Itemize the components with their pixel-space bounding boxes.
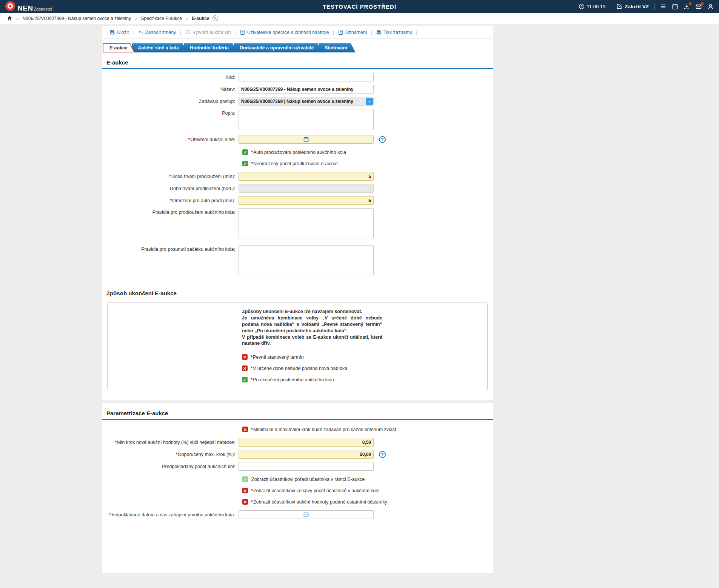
profile-button[interactable] xyxy=(707,3,714,10)
messages-button[interactable] xyxy=(695,3,702,10)
pravidla-prodlouzeni-textarea[interactable] xyxy=(239,208,374,238)
calendar-button[interactable] xyxy=(672,3,678,10)
field-label: Předpokládaný počet aukčních kol: xyxy=(162,464,235,469)
clock-icon xyxy=(579,3,585,9)
po-ukonceni-kola-checkbox[interactable] xyxy=(242,377,248,382)
checkbox-label: *Zobrazit účastníkovi aukční hodnoty pod… xyxy=(251,499,387,505)
doporuceny-max-krok-input[interactable] xyxy=(239,450,374,459)
toolbar-separator: | xyxy=(416,30,417,35)
section-divider xyxy=(102,400,493,403)
form-row-otevreni-aukcni-sine: *Otevření aukční síně: ? xyxy=(102,135,493,144)
menu-button[interactable] xyxy=(660,3,667,9)
field-label: Zadávací postup: xyxy=(199,99,235,104)
breadcrumb-separator: > xyxy=(135,16,137,21)
field-label: Název: xyxy=(220,87,235,92)
doba-trvani-min-input[interactable] xyxy=(239,172,374,181)
info-line: Způsoby ukončení E-aukce lze navzájem ko… xyxy=(242,309,382,315)
notification-badge xyxy=(701,2,704,5)
breadcrumb-separator: > xyxy=(16,16,18,21)
neomezeny-pocet-checkbox[interactable] xyxy=(242,161,248,166)
divider xyxy=(611,3,611,10)
field-label: Kód: xyxy=(225,75,235,80)
tab-hodnotici-kriteria[interactable]: Hodnotící kritéria xyxy=(184,43,237,52)
form-row-doporuceny-max-krok: *Doporučený max. krok (%): ? xyxy=(102,450,493,459)
section-title-zpusob-ukonceni: Způsob ukončení E-aukce xyxy=(102,280,493,299)
pocet-aukcnich-kol-input[interactable] xyxy=(239,462,374,471)
v-urcene-dobe-checkbox[interactable] xyxy=(242,365,248,371)
checkbox-row-zobrazit-poradi: Zobrazit účastníkovi pořadí účastníka v … xyxy=(242,476,493,482)
form-row-kod: Kód: xyxy=(102,73,493,81)
checkbox-label: *Po ukončení posledního aukčního kola xyxy=(251,377,334,382)
document-icon xyxy=(240,29,245,35)
toolbar-separator: | xyxy=(371,30,372,35)
required-star: * xyxy=(170,198,172,203)
field-label: Doba trvání prodloužení (min): xyxy=(171,174,235,179)
form-row-datum-zahajeni: Předpokládané datum a čas zahájení první… xyxy=(102,510,493,519)
required-star: * xyxy=(115,440,117,445)
tab-bar: E-aukce Aukční síně a kola Hodnotící kri… xyxy=(103,43,493,52)
calendar-icon xyxy=(672,3,678,10)
tab-e-aukce[interactable]: E-aukce xyxy=(103,43,135,52)
user-operations-button[interactable]: Uživatelské operace a činnosti nástroje xyxy=(240,29,329,35)
breadcrumb-item-zakazka[interactable]: N006/25/V00007369 - Nákup semen ovoce a … xyxy=(22,16,131,21)
logo-text: NENZadavatel xyxy=(17,5,52,12)
omezeni-auto-prodl-input[interactable] xyxy=(239,196,374,205)
checkbox-row-zobrazit-pocet: *Zobrazit účastníkovi celkový počet účas… xyxy=(242,488,493,493)
document-icon xyxy=(338,29,343,35)
popis-textarea[interactable] xyxy=(239,109,374,130)
checkbox-label: *V určené době nebude podána nová nabídk… xyxy=(251,366,347,371)
min-krok-input[interactable] xyxy=(239,438,374,447)
print-record-button[interactable]: Tisk záznamu xyxy=(376,29,413,35)
user-icon xyxy=(707,3,714,10)
krok-kazde-kriterium-checkbox[interactable] xyxy=(242,427,248,432)
tab-dodavatele-a-opravneni-uzivatele[interactable]: Dodavatelé a oprávnění uživatelé xyxy=(234,43,322,52)
breadcrumb-item-current: E-aukce xyxy=(192,16,209,21)
required-star: * xyxy=(176,452,178,457)
required-star: * xyxy=(188,137,190,142)
checkbox-label: *Neomezený počet prodlužování e-aukce xyxy=(251,161,338,166)
save-icon xyxy=(109,29,115,35)
notifications-button[interactable]: Oznámení xyxy=(338,29,367,35)
form-row-doba-trvani-min: *Doba trvání prodloužení (min): xyxy=(102,172,493,181)
pevne-stanoveny-termin-checkbox[interactable] xyxy=(242,354,248,360)
clock: 11:06:13 xyxy=(579,3,606,9)
required-star: * xyxy=(169,174,171,179)
close-tab-icon[interactable]: ✕ xyxy=(212,15,218,21)
tab-sledovani[interactable]: Sledování xyxy=(319,43,355,52)
help-icon[interactable]: ? xyxy=(379,136,386,143)
zobrazit-hodnoty-checkbox[interactable] xyxy=(242,499,248,505)
form-row-pravidla-posunuti: Pravidla pro posunutí začátku aukčního k… xyxy=(102,245,493,277)
date-picker-icon[interactable] xyxy=(303,512,309,517)
checkbox-label: *Minimální a maximální krok bude zadáván… xyxy=(251,427,397,432)
kod-input[interactable] xyxy=(239,73,374,81)
open-record-chevron-icon[interactable]: › xyxy=(366,98,373,105)
zobrazit-poradi-checkbox xyxy=(242,476,248,482)
toolbar-separator: | xyxy=(180,30,181,35)
downloads-button[interactable] xyxy=(684,3,690,10)
nen-logo[interactable]: NENZadavatel xyxy=(5,1,52,12)
date-picker-icon[interactable] xyxy=(303,137,309,142)
zobrazit-pocet-checkbox[interactable] xyxy=(242,488,248,493)
discard-changes-button[interactable]: Zahodit změny xyxy=(138,29,176,35)
ukonceni-info-text: Způsoby ukončení E-aukce lze navzájem ko… xyxy=(242,309,382,347)
checkbox-label: *Pevně stanovený termín xyxy=(251,355,304,360)
field-label: Min krok nové aukční hodnoty (%) vůči ne… xyxy=(117,440,235,445)
auto-prodluzovani-checkbox[interactable] xyxy=(242,149,248,155)
section-title-e-aukce: E-aukce xyxy=(102,52,493,69)
checkbox-label: *Zobrazit účastníkovi celkový počet účas… xyxy=(251,488,379,493)
nazev-input[interactable] xyxy=(239,85,374,94)
divider xyxy=(654,3,654,10)
section-title-parametrizace: Parametrizace E-aukce xyxy=(102,403,493,420)
pravidla-posunuti-textarea[interactable] xyxy=(239,245,374,275)
create-vz-button[interactable]: Založit VZ xyxy=(616,3,649,9)
breadcrumb-item-specifikace[interactable]: Specifikace E-aukce xyxy=(141,16,182,21)
checkbox-row-pevny-termin: *Pevně stanovený termín xyxy=(242,354,487,360)
save-button[interactable]: Uložit xyxy=(109,29,129,35)
home-icon[interactable] xyxy=(7,15,12,21)
form-row-nazev: Název: xyxy=(102,85,493,94)
create-auction-hall-button: Vytvořit aukční síň xyxy=(185,29,231,35)
page-background: Uložit | Zahodit změny | Vytvořit aukční… xyxy=(0,24,719,573)
tab-aukcni-sine-a-kola[interactable]: Aukční síně a kola xyxy=(132,43,187,52)
help-icon[interactable]: ? xyxy=(379,451,386,458)
form-row-pravidla-prodlouzeni: Pravidla pro prodloužení aukčního kola: xyxy=(102,208,493,240)
